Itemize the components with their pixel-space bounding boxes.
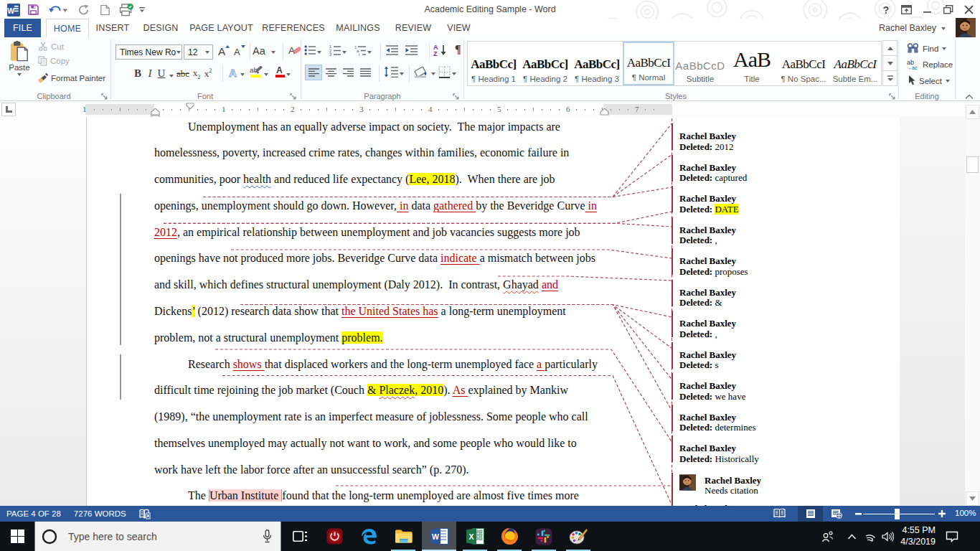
tracked-change-balloon[interactable]: Rachel BaxleyDeleted: s xyxy=(679,350,895,372)
document-line[interactable]: 2012, an empirical relationship between … xyxy=(154,226,580,241)
style-heading-1[interactable]: AaBbCc]¶ Heading 1 xyxy=(468,42,519,85)
grow-font-button[interactable]: A xyxy=(217,44,230,57)
cut-button[interactable]: Cut xyxy=(38,42,64,51)
zoom-level[interactable]: 100% xyxy=(955,509,976,517)
help-button[interactable]: ? xyxy=(875,1,896,19)
minimize-button[interactable] xyxy=(917,1,938,19)
text-effects-button[interactable]: A xyxy=(227,66,245,78)
tab-selector[interactable] xyxy=(1,103,16,116)
volume-button[interactable] xyxy=(878,522,897,551)
replace-button[interactable]: ab→ac Replace xyxy=(907,59,953,70)
paste-button[interactable]: Paste xyxy=(4,40,35,85)
align-center-button[interactable] xyxy=(322,65,339,80)
strikethrough-button[interactable]: abc xyxy=(175,67,191,80)
subscript-button[interactable]: x2 xyxy=(191,66,202,80)
multilevel-list-button[interactable]: 1ai xyxy=(354,44,372,56)
scrollbar-thumb[interactable] xyxy=(966,156,979,173)
font-dialog-launcher[interactable] xyxy=(290,93,297,100)
align-left-button[interactable] xyxy=(305,65,322,80)
network-button[interactable] xyxy=(862,522,878,551)
font-name-combo[interactable]: Times New Ro xyxy=(116,44,182,60)
tracked-change-balloon[interactable]: Rachel BaxleyDeleted: we have xyxy=(679,381,895,402)
styles-dialog-launcher[interactable] xyxy=(889,93,896,100)
comment-balloon[interactable]: Rachel BaxleyNeeds citation xyxy=(679,476,895,497)
right-indent-marker[interactable] xyxy=(600,108,609,116)
document-line[interactable]: homelessness, poverty, increased crime r… xyxy=(154,146,569,161)
tab-page-layout[interactable]: PAGE LAYOUT xyxy=(188,19,255,37)
tracked-change-balloon[interactable]: Rachel BaxleyDeleted: , xyxy=(679,319,895,340)
document-line[interactable]: themselves unemployed may actually not w… xyxy=(154,437,577,452)
collapse-ribbon-button[interactable] xyxy=(964,93,974,100)
word-count[interactable]: 7276 WORDS xyxy=(67,506,133,522)
style-normal[interactable]: AaBbCcI¶ Normal xyxy=(623,42,674,85)
people-button[interactable] xyxy=(817,522,837,551)
document-line[interactable]: and skill, which defines structural unem… xyxy=(154,278,558,293)
style-title[interactable]: AaBTitle xyxy=(726,42,778,85)
restore-button[interactable] xyxy=(938,1,958,19)
horizontal-ruler[interactable]: 11234567 xyxy=(85,104,672,115)
document-line[interactable]: Dickens’ (2012) research data show that … xyxy=(154,305,566,320)
tab-file[interactable]: FILE xyxy=(4,19,41,37)
taskbar-clock[interactable]: 4:55 PM 4/3/2019 xyxy=(898,525,936,547)
tracked-change-balloon[interactable]: Rachel BaxleyDeleted: proposes xyxy=(679,256,895,278)
tab-home[interactable]: HOME xyxy=(46,19,89,37)
line-spacing-button[interactable] xyxy=(384,66,404,77)
scroll-up-button[interactable] xyxy=(966,117,979,119)
increase-indent-button[interactable] xyxy=(405,44,418,56)
document-line[interactable]: openings, unemployment should go down. H… xyxy=(154,199,597,215)
justify-button[interactable] xyxy=(357,65,374,80)
bold-button[interactable]: B xyxy=(131,67,144,80)
superscript-button[interactable]: x2 xyxy=(202,67,214,80)
bullets-button[interactable] xyxy=(304,44,321,56)
zoom-slider[interactable] xyxy=(863,506,935,522)
document-line[interactable]: difficult time rejoining the job market … xyxy=(154,384,568,399)
font-color-button[interactable]: A xyxy=(275,66,291,78)
decrease-indent-button[interactable] xyxy=(385,44,399,56)
tab-design[interactable]: DESIGN xyxy=(139,19,182,37)
tab-insert[interactable]: INSERT xyxy=(93,19,132,37)
font-size-combo[interactable]: 12 xyxy=(184,44,213,60)
vertical-scrollbar[interactable] xyxy=(965,117,980,506)
styles-scroll-up-button[interactable] xyxy=(882,40,897,56)
document-line[interactable]: (1989), “the unemployment rate is an imp… xyxy=(154,410,588,425)
tracked-change-balloon[interactable]: Rachel BaxleyDeleted: 2012 xyxy=(679,131,895,153)
first-line-indent-marker[interactable] xyxy=(185,103,195,110)
tab-review[interactable]: REVIEW xyxy=(392,19,435,37)
tab-view[interactable]: VIEW xyxy=(443,19,475,37)
web-layout-button[interactable] xyxy=(831,509,842,519)
style-heading-2[interactable]: AaBbCc]¶ Heading 2 xyxy=(519,42,571,85)
underline-button[interactable]: U xyxy=(156,67,167,80)
style-heading-3[interactable]: AaBbCc]¶ Heading 3 xyxy=(571,42,623,85)
scroll-down-button[interactable] xyxy=(966,491,979,506)
tracked-change-balloon[interactable]: Rachel BaxleyDeleted: determines xyxy=(679,413,895,434)
shrink-font-button[interactable]: A xyxy=(233,44,246,57)
proofing-status[interactable] xyxy=(133,506,157,522)
tracked-change-balloon[interactable]: Rachel BaxleyDeleted: captured xyxy=(679,163,895,184)
document-line[interactable]: problem, not a structural unemployment p… xyxy=(154,331,383,347)
tracked-change-balloon[interactable]: Rachel BaxleyDeleted: DATE xyxy=(679,194,895,215)
styles-scroll-down-button[interactable] xyxy=(882,55,897,71)
style-subtitle[interactable]: AaBbCcDSubtitle xyxy=(674,42,726,85)
italic-button[interactable]: I xyxy=(144,67,156,80)
action-center-button[interactable] xyxy=(940,522,964,551)
highlight-button[interactable]: ab xyxy=(250,66,268,78)
shading-button[interactable] xyxy=(414,66,435,78)
styles-more-button[interactable] xyxy=(882,70,897,86)
document-line[interactable]: communities, poor health and reduced lif… xyxy=(154,173,555,188)
page-indicator[interactable]: PAGE 4 OF 28 xyxy=(0,506,67,522)
zoom-in-button[interactable] xyxy=(938,510,946,517)
align-right-button[interactable] xyxy=(339,65,357,80)
document-line[interactable]: work have left the labor force after an … xyxy=(154,463,468,479)
find-button[interactable]: Find xyxy=(907,43,946,54)
sort-button[interactable]: AZ xyxy=(433,44,449,57)
borders-button[interactable] xyxy=(438,66,456,78)
paragraph-dialog-launcher[interactable] xyxy=(453,93,460,100)
select-button[interactable]: Select xyxy=(907,75,950,86)
tab-mailings[interactable]: MAILINGS xyxy=(332,19,384,37)
style-subtle-em[interactable]: AaBbCcISubtle Em... xyxy=(829,42,881,85)
change-case-button[interactable]: Aa xyxy=(253,44,275,57)
document-line[interactable]: The Urban Institute found that the long-… xyxy=(188,489,579,504)
format-painter-button[interactable]: Format Painter xyxy=(38,73,105,83)
close-button[interactable] xyxy=(958,1,979,19)
tracked-change-balloon[interactable]: Rachel BaxleyDeleted: , xyxy=(679,225,895,247)
